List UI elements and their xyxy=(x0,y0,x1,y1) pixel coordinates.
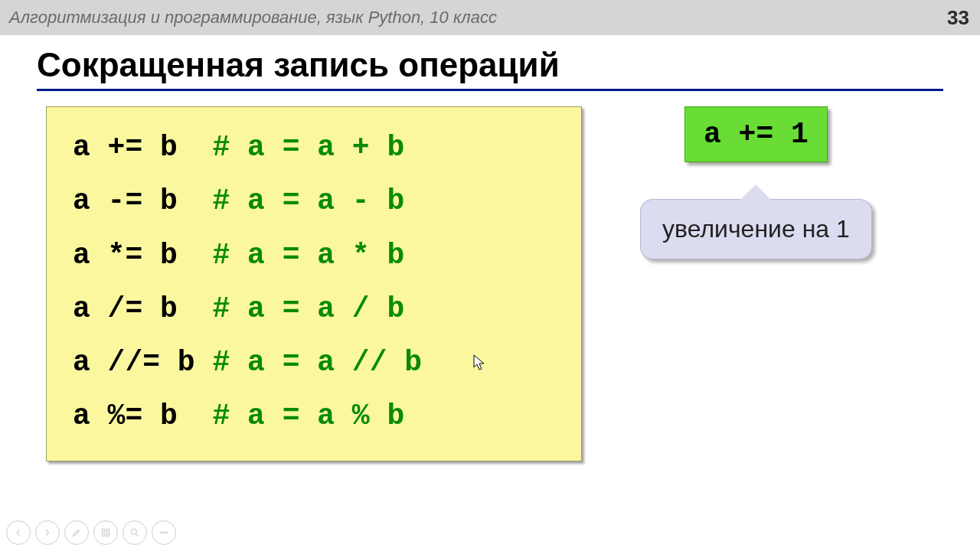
svg-point-4 xyxy=(131,529,136,534)
code-line: a //= b # a = a // b xyxy=(73,336,555,390)
content-row: a += b # a = a + b a -= b # a = a - b a … xyxy=(46,106,980,461)
zoom-button[interactable] xyxy=(122,520,147,545)
code-stmt: a //= b xyxy=(73,346,212,379)
increment-box: a += 1 xyxy=(684,106,828,162)
chevron-left-icon xyxy=(13,527,24,538)
code-stmt: a /= b xyxy=(73,292,212,325)
code-comment: # a = a - b xyxy=(212,184,404,217)
subject-title: Алгоритмизация и программирование, язык … xyxy=(9,8,497,28)
svg-point-6 xyxy=(161,532,162,533)
svg-point-7 xyxy=(163,532,165,533)
svg-rect-3 xyxy=(106,533,109,536)
top-header-bar: Алгоритмизация и программирование, язык … xyxy=(0,0,980,35)
pen-icon xyxy=(71,527,82,538)
next-button[interactable] xyxy=(35,520,60,545)
code-line: a %= b # a = a % b xyxy=(73,390,555,443)
prev-button[interactable] xyxy=(6,520,31,545)
code-comment: # a = a % b xyxy=(212,399,404,432)
page-number: 33 xyxy=(947,6,969,30)
code-stmt: a -= b xyxy=(73,184,212,217)
chevron-right-icon xyxy=(42,527,53,538)
zoom-icon xyxy=(129,527,140,538)
bottom-nav xyxy=(6,520,176,545)
svg-point-8 xyxy=(166,532,168,533)
svg-rect-1 xyxy=(106,529,109,532)
code-stmt: a *= b xyxy=(73,239,212,272)
more-button[interactable] xyxy=(152,520,176,545)
increment-caption: увеличение на 1 xyxy=(640,199,872,259)
more-icon xyxy=(158,527,169,538)
code-box: a += b # a = a + b a -= b # a = a - b a … xyxy=(46,106,582,461)
code-line: a -= b # a = a - b xyxy=(73,174,555,228)
code-stmt: a %= b xyxy=(73,399,212,432)
code-comment: # a = a * b xyxy=(212,239,404,272)
code-comment: # a = a + b xyxy=(212,131,404,164)
code-comment: # a = a / b xyxy=(212,292,404,325)
slide-title: Сокращенная запись операций xyxy=(37,46,980,84)
pen-button[interactable] xyxy=(64,520,89,545)
grid-icon xyxy=(100,527,111,538)
code-stmt: a += b xyxy=(73,131,212,164)
code-line: a *= b # a = a * b xyxy=(73,229,555,282)
code-comment: # a = a // b xyxy=(212,346,422,379)
svg-rect-0 xyxy=(102,529,105,532)
code-line: a += b # a = a + b xyxy=(73,121,555,174)
svg-line-5 xyxy=(136,534,139,536)
svg-rect-2 xyxy=(102,533,105,536)
right-column: a += 1 увеличение на 1 xyxy=(640,106,872,259)
title-underline xyxy=(37,89,943,91)
code-line: a /= b # a = a / b xyxy=(73,282,555,336)
grid-button[interactable] xyxy=(93,520,118,545)
